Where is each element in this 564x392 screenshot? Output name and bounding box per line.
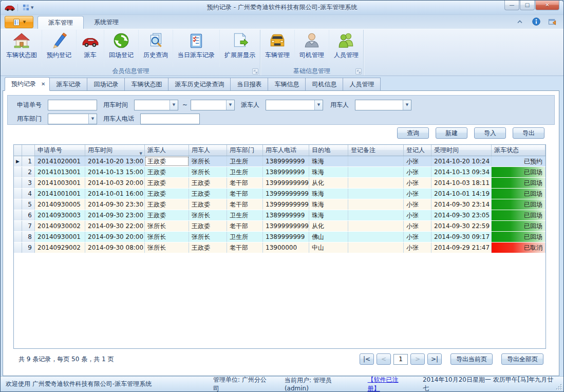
cell-status[interactable]: 已回场 bbox=[492, 178, 546, 188]
cell-dispatcher[interactable]: 张所长 bbox=[145, 242, 189, 253]
close-tab-icon[interactable]: ✕ bbox=[41, 81, 45, 87]
cell-dispatcher[interactable]: 王政委 bbox=[145, 167, 189, 177]
chevron-down-icon[interactable]: ▼ bbox=[88, 114, 97, 124]
table-row[interactable]: 2201410130012014-10-13 15:00王政委张所长卫生所138… bbox=[14, 167, 546, 178]
doc-tab-2[interactable]: 回场记录 bbox=[87, 78, 125, 91]
phone-input[interactable] bbox=[140, 114, 200, 124]
cell-dispatcher[interactable]: 王政委 bbox=[145, 199, 189, 210]
cell-application_no[interactable]: 20140930003 bbox=[35, 210, 85, 220]
table-row[interactable]: 5201409300052014-09-30 23:30王政委王政委老干部139… bbox=[14, 199, 546, 210]
cell-phone[interactable]: 13900000 bbox=[263, 242, 309, 253]
cell-remark[interactable] bbox=[348, 156, 404, 166]
doc-tab-4[interactable]: 派车历史记录查询 bbox=[168, 78, 231, 91]
row-number-cell[interactable]: 4 bbox=[22, 189, 35, 199]
ribbon-button-return-registration[interactable]: 回场登记 bbox=[104, 30, 139, 67]
table-row[interactable]: 6201409300032014-09-30 23:00王政委张所长卫生所138… bbox=[14, 210, 546, 221]
cell-registrar[interactable]: 小张 bbox=[404, 199, 431, 210]
cell-department[interactable]: 老干部 bbox=[227, 189, 263, 199]
cell-status[interactable]: 已预约 bbox=[492, 156, 546, 166]
chevron-down-icon[interactable]: ▼ bbox=[314, 100, 323, 110]
cell-remark[interactable] bbox=[348, 221, 404, 231]
cell-status[interactable]: 已取消 bbox=[492, 242, 546, 253]
cell-dispatcher[interactable]: 张所长 bbox=[145, 232, 189, 242]
application-no-input[interactable] bbox=[48, 100, 97, 110]
cell-destination[interactable]: 珠海 bbox=[309, 189, 348, 199]
cell-accept_time[interactable]: 2014-09-30 22:59 bbox=[431, 221, 492, 231]
export-current-page-button[interactable]: 导出当前页 bbox=[450, 353, 493, 365]
cell-status[interactable]: 已回场 bbox=[492, 167, 546, 177]
first-page-button[interactable]: |< bbox=[360, 353, 374, 365]
cell-status[interactable]: 已回场 bbox=[492, 210, 546, 220]
cell-destination[interactable]: 珠海 bbox=[309, 210, 348, 220]
ribbon-tab-dispatch-management[interactable]: 派车管理 bbox=[37, 16, 84, 29]
doc-tab-7[interactable]: 司机信息 bbox=[306, 78, 343, 91]
row-selector-cell[interactable] bbox=[14, 178, 22, 188]
cell-remark[interactable] bbox=[348, 242, 404, 253]
doc-tab-8[interactable]: 人员管理 bbox=[343, 78, 381, 91]
cell-phone[interactable]: 13999999999 bbox=[263, 199, 309, 210]
row-selector-cell[interactable] bbox=[14, 167, 22, 177]
cell-phone[interactable]: 1389999999 bbox=[263, 156, 309, 166]
cell-application_no[interactable]: 20141003001 bbox=[35, 178, 85, 188]
cell-department[interactable]: 卫生所 bbox=[227, 210, 263, 220]
row-selector-cell[interactable] bbox=[14, 221, 22, 231]
cell-remark[interactable] bbox=[348, 232, 404, 242]
cell-accept_time[interactable]: 2014-10-01 14:19 bbox=[431, 189, 492, 199]
ribbon-button-extended-screen[interactable]: 扩展屏显示 bbox=[220, 30, 260, 67]
use-time-from-dropdown[interactable]: ▼ bbox=[134, 100, 178, 110]
cell-destination[interactable]: 珠海 bbox=[309, 199, 348, 210]
next-page-button[interactable]: > bbox=[410, 353, 425, 365]
column-header-phone[interactable]: 用车人电话 bbox=[263, 145, 309, 156]
cell-dispatcher[interactable]: 王政委 bbox=[145, 156, 189, 166]
dialog-launcher-icon[interactable] bbox=[355, 68, 362, 74]
doc-tab-1[interactable]: 派车记录 bbox=[50, 78, 87, 91]
page-number-input[interactable] bbox=[393, 354, 408, 365]
cell-destination[interactable]: 中山 bbox=[309, 242, 348, 253]
cell-accept_time[interactable]: 2014-09-30 23:05 bbox=[431, 210, 492, 220]
cell-dispatcher[interactable]: 张所长 bbox=[145, 221, 189, 231]
doc-tab-0[interactable]: 预约记录✕ bbox=[5, 77, 50, 91]
export-button[interactable]: 导出 bbox=[513, 127, 544, 139]
cell-registrar[interactable]: 小张 bbox=[404, 210, 431, 220]
cell-dispatcher[interactable]: 王政委 bbox=[145, 178, 189, 188]
cell-destination[interactable]: 珠海 bbox=[309, 156, 348, 166]
dispatcher-dropdown[interactable]: ▼ bbox=[266, 100, 323, 110]
cell-phone[interactable]: 13999999999 bbox=[263, 189, 309, 199]
ribbon-button-today-records[interactable]: 当日派车记录 bbox=[173, 30, 220, 67]
row-number-cell[interactable]: 2 bbox=[22, 167, 35, 177]
cell-status[interactable]: 已回场 bbox=[492, 232, 546, 242]
import-button[interactable]: 导入 bbox=[474, 127, 506, 139]
cell-department[interactable]: 老干部 bbox=[227, 178, 263, 188]
row-number-cell[interactable]: 1 bbox=[22, 156, 35, 166]
last-page-button[interactable]: >| bbox=[427, 353, 442, 365]
cell-use_time[interactable]: 2014-09-30 20:00 bbox=[85, 232, 145, 242]
column-header-use_time[interactable]: 用车时间▼ bbox=[85, 145, 145, 156]
cell-user[interactable]: 张所长 bbox=[189, 232, 227, 242]
row-number-cell[interactable]: 5 bbox=[22, 199, 35, 210]
chevron-down-icon[interactable]: ▼ bbox=[226, 100, 234, 110]
chevron-down-icon[interactable]: ▼ bbox=[170, 100, 178, 110]
user-dropdown[interactable]: ▼ bbox=[355, 100, 411, 110]
table-row[interactable]: 8201409300012014-09-30 20:00张所长张所长卫生所138… bbox=[14, 232, 546, 242]
row-selector-cell[interactable] bbox=[14, 242, 22, 253]
cell-use_time[interactable]: 2014-09-30 22:00 bbox=[85, 221, 145, 231]
column-header-accept_time[interactable]: 受理时间 bbox=[431, 145, 492, 156]
cell-user[interactable]: 王政委 bbox=[189, 242, 227, 253]
column-filter-icon[interactable]: ▼ bbox=[140, 148, 142, 156]
cell-application_no[interactable]: 20140930002 bbox=[35, 221, 85, 231]
cell-dispatcher[interactable]: 王政委 bbox=[145, 210, 189, 220]
cell-use_time[interactable]: 2014-09-30 23:30 bbox=[85, 199, 145, 210]
cell-phone[interactable]: 1389999999 bbox=[263, 210, 309, 220]
prev-page-button[interactable]: < bbox=[377, 353, 391, 365]
cell-user[interactable]: 王政委 bbox=[189, 189, 227, 199]
ribbon-button-vehicle-status-house[interactable]: 车辆状态图 bbox=[2, 30, 42, 67]
row-number-cell[interactable]: 6 bbox=[22, 210, 35, 220]
cell-phone[interactable]: 13999999999 bbox=[263, 221, 309, 231]
cell-registrar[interactable]: 小张 bbox=[404, 189, 431, 199]
resize-grip[interactable] bbox=[555, 383, 561, 389]
cell-application_no[interactable]: 20141020001 bbox=[35, 156, 85, 166]
ribbon-button-history-search[interactable]: 历史查询 bbox=[139, 30, 173, 67]
ribbon-button-driver-management[interactable]: 司机管理 bbox=[295, 30, 329, 67]
table-row[interactable]: 3201410030012014-10-03 20:00王政委王政委老干部139… bbox=[14, 178, 546, 189]
cell-user[interactable]: 张所长 bbox=[189, 156, 227, 166]
